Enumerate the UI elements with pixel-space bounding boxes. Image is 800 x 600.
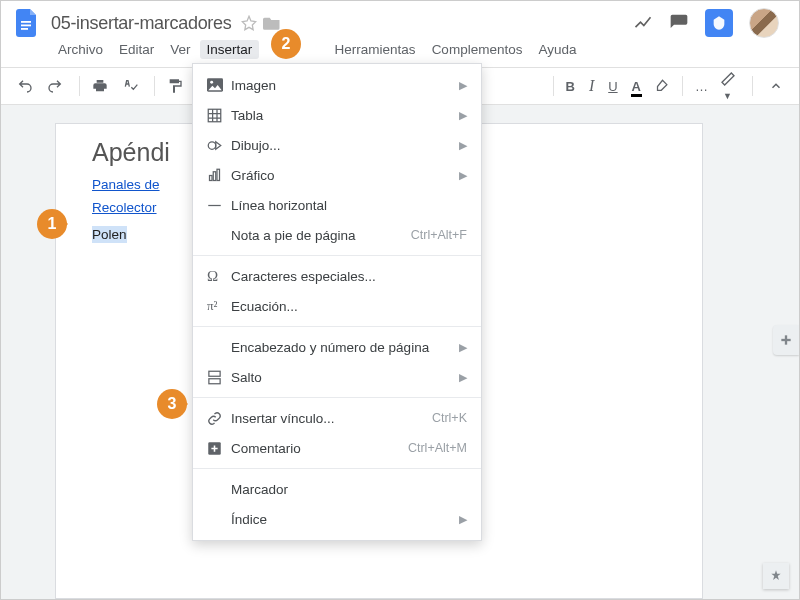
submenu-arrow-icon: ▶ (459, 139, 467, 152)
menu-item-label: Dibujo... (231, 138, 451, 153)
menu-item-insertar-v-nculo[interactable]: Insertar vínculo...Ctrl+K (193, 403, 481, 433)
menu-ver[interactable]: Ver (163, 40, 197, 59)
submenu-arrow-icon: ▶ (459, 169, 467, 182)
menu-item-ecuaci-n[interactable]: π²Ecuación... (193, 291, 481, 321)
menu-item-label: Índice (231, 512, 451, 527)
italic-button[interactable]: I (589, 77, 594, 95)
menu-item-l-nea-horizontal[interactable]: Línea horizontal (193, 190, 481, 220)
explore-bottom-button[interactable] (763, 563, 789, 589)
plus-icon (207, 441, 231, 456)
chart-icon (207, 168, 231, 183)
docs-logo-icon[interactable] (13, 5, 41, 41)
menu-item-tabla[interactable]: Tabla▶ (193, 100, 481, 130)
svg-rect-9 (210, 175, 213, 180)
line-icon (207, 198, 231, 213)
svg-rect-10 (213, 171, 216, 180)
callout-1: 1 (37, 209, 67, 239)
redo-icon[interactable] (47, 78, 67, 94)
svg-rect-7 (208, 109, 221, 122)
menu-item-label: Marcador (231, 482, 467, 497)
highlight-icon[interactable] (655, 79, 670, 94)
comments-icon[interactable] (669, 13, 689, 33)
svg-rect-13 (209, 378, 220, 383)
menu-item-comentario[interactable]: ComentarioCtrl+Alt+M (193, 433, 481, 463)
activity-icon[interactable] (633, 13, 653, 33)
menu-item-label: Nota a pie de página (231, 228, 411, 243)
menu-item-label: Caracteres especiales... (231, 269, 467, 284)
submenu-arrow-icon: ▶ (459, 79, 467, 92)
pi-icon: π² (207, 298, 231, 314)
text-color-button[interactable]: A (632, 79, 641, 94)
svg-rect-1 (21, 25, 31, 27)
callout-2: 2 (271, 29, 301, 59)
more-button[interactable]: … (695, 79, 710, 94)
draw-icon (207, 138, 231, 153)
insert-menu-dropdown: Imagen▶Tabla▶Dibujo...▶Gráfico▶Línea hor… (192, 63, 482, 541)
share-button[interactable] (705, 9, 733, 37)
menu-archivo[interactable]: Archivo (51, 40, 110, 59)
collapse-icon[interactable] (769, 79, 783, 93)
menu-item-encabezado-y-n-mero-de-p-gina[interactable]: Encabezado y número de página▶ (193, 332, 481, 362)
menu-item-label: Línea horizontal (231, 198, 467, 213)
image-icon (207, 78, 231, 92)
svg-rect-11 (217, 169, 220, 180)
shortcut-label: Ctrl+Alt+M (408, 441, 467, 455)
spellcheck-icon[interactable] (122, 78, 142, 94)
editing-mode-icon[interactable]: ▼ (720, 71, 736, 102)
print-icon[interactable] (92, 78, 112, 94)
menu-editar[interactable]: Editar (112, 40, 161, 59)
menu-item-label: Salto (231, 370, 451, 385)
format-group: B I U A (566, 77, 671, 95)
link-icon (207, 411, 231, 426)
callout-3: 3 (157, 389, 187, 419)
svg-rect-4 (781, 339, 790, 341)
selected-text[interactable]: Polen (92, 226, 127, 243)
break-icon (207, 370, 231, 385)
menu-item-label: Tabla (231, 108, 451, 123)
svg-point-8 (208, 141, 216, 149)
shortcut-label: Ctrl+K (432, 411, 467, 425)
svg-rect-0 (21, 21, 31, 23)
menu-item-label: Comentario (231, 441, 408, 456)
menu-item-label: Encabezado y número de página (231, 340, 451, 355)
submenu-arrow-icon: ▶ (459, 109, 467, 122)
table-icon (207, 108, 231, 123)
paint-format-icon[interactable] (167, 78, 187, 94)
undo-icon[interactable] (17, 78, 37, 94)
menu-item-imagen[interactable]: Imagen▶ (193, 70, 481, 100)
menu-ayuda[interactable]: Ayuda (531, 40, 583, 59)
bold-button[interactable]: B (566, 79, 575, 94)
submenu-arrow-icon: ▶ (459, 513, 467, 526)
menu-insertar[interactable]: Insertar (200, 40, 260, 59)
svg-rect-2 (21, 28, 28, 30)
svg-point-6 (210, 81, 213, 84)
avatar[interactable] (749, 8, 779, 38)
menu-item-caracteres-especiales[interactable]: ΩCaracteres especiales... (193, 261, 481, 291)
menu-item-label: Insertar vínculo... (231, 411, 432, 426)
menu-item-label: Imagen (231, 78, 451, 93)
menu-item-marcador[interactable]: Marcador (193, 474, 481, 504)
explore-side-button[interactable] (773, 325, 799, 355)
menu-herramientas[interactable]: Herramientas (328, 40, 423, 59)
submenu-arrow-icon: ▶ (459, 371, 467, 384)
underline-button[interactable]: U (608, 79, 617, 94)
document-title[interactable]: 05-insertar-marcadores (51, 13, 231, 34)
folder-icon[interactable] (263, 15, 281, 31)
submenu-arrow-icon: ▶ (459, 341, 467, 354)
omega-icon: Ω (207, 268, 231, 285)
menu-complementos[interactable]: Complementos (425, 40, 530, 59)
menu-item-nota-a-pie-de-p-gina[interactable]: Nota a pie de páginaCtrl+Alt+F (193, 220, 481, 250)
star-icon[interactable] (241, 15, 257, 31)
menu-item-salto[interactable]: Salto▶ (193, 362, 481, 392)
shortcut-label: Ctrl+Alt+F (411, 228, 467, 242)
title-actions (633, 8, 779, 38)
menu-item-label: Gráfico (231, 168, 451, 183)
svg-rect-12 (209, 371, 220, 376)
menu-item-label: Ecuación... (231, 299, 467, 314)
menu-item-dibujo[interactable]: Dibujo...▶ (193, 130, 481, 160)
title-bar: 05-insertar-marcadores (1, 1, 799, 37)
menu-item-ndice[interactable]: Índice▶ (193, 504, 481, 534)
menu-item-gr-fico[interactable]: Gráfico▶ (193, 160, 481, 190)
menu-bar: Archivo Editar Ver Insertar F Herramient… (1, 37, 799, 61)
